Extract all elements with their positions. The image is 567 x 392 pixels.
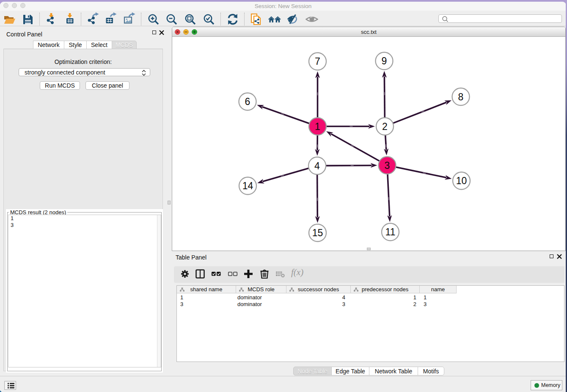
svg-text:10: 10 — [456, 175, 467, 186]
svg-text:8: 8 — [458, 91, 464, 102]
svg-text:1: 1 — [315, 121, 320, 132]
svg-text:14: 14 — [242, 180, 253, 191]
svg-text:6: 6 — [245, 96, 250, 107]
svg-text:9: 9 — [382, 55, 387, 66]
svg-text:15: 15 — [312, 227, 323, 238]
svg-text:11: 11 — [385, 226, 396, 237]
svg-text:2: 2 — [382, 121, 388, 132]
svg-text:7: 7 — [315, 56, 320, 67]
svg-text:4: 4 — [314, 160, 320, 171]
svg-text:3: 3 — [385, 160, 390, 171]
